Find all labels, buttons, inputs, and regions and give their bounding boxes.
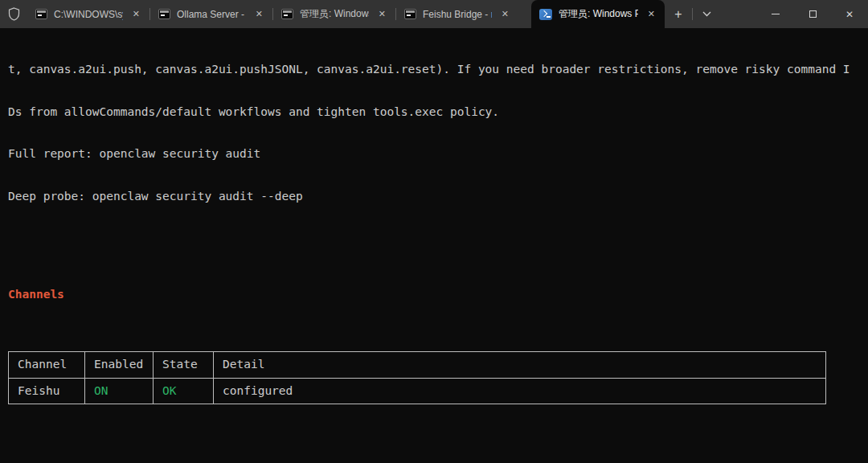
tab-label: Feishu Bridge - nod bbox=[423, 9, 492, 20]
table-row: Feishu ON OK configured bbox=[9, 378, 826, 404]
maximize-icon bbox=[809, 10, 817, 18]
col-header-enabled: Enabled bbox=[85, 352, 154, 379]
terminal-line: Full report: openclaw security audit bbox=[8, 147, 868, 162]
maximize-button[interactable] bbox=[794, 0, 831, 28]
channel-detail-cell: configured bbox=[214, 378, 826, 404]
tab-bar: C:\WINDOWS\syst ✕ Ollama Server - oll ✕ … bbox=[0, 0, 868, 28]
minimize-button[interactable] bbox=[757, 0, 794, 28]
tab-label: Ollama Server - oll bbox=[177, 9, 246, 20]
channel-state-cell: OK bbox=[154, 378, 214, 404]
blank-line bbox=[8, 232, 868, 246]
col-header-detail: Detail bbox=[214, 352, 826, 379]
col-header-state: State bbox=[154, 352, 214, 379]
tab-close-icon[interactable]: ✕ bbox=[129, 8, 143, 20]
terminal-line: Ds from allowCommands/default workflows … bbox=[8, 105, 868, 120]
tab-label: C:\WINDOWS\syst bbox=[54, 9, 123, 20]
tab-feishu-bridge[interactable]: Feishu Bridge - nod ✕ bbox=[396, 0, 518, 28]
powershell-icon bbox=[539, 9, 552, 20]
channels-section-title: Channels bbox=[8, 288, 868, 302]
tab-close-icon[interactable]: ✕ bbox=[498, 8, 512, 20]
channels-header-row: Channel Enabled State Detail bbox=[9, 352, 826, 379]
tab-label: 管理员: Windows P bbox=[300, 7, 369, 21]
tab-close-icon[interactable]: ✕ bbox=[252, 8, 266, 20]
channel-name-cell: Feishu bbox=[9, 378, 85, 404]
terminal-line: Deep probe: openclaw security audit --de… bbox=[8, 190, 868, 204]
tab-cmd-windows-system[interactable]: C:\WINDOWS\syst ✕ bbox=[27, 0, 149, 28]
col-header-channel: Channel bbox=[9, 352, 85, 379]
tab-close-icon[interactable]: ✕ bbox=[375, 8, 389, 20]
chevron-down-icon bbox=[702, 11, 711, 17]
close-button[interactable]: ✕ bbox=[831, 0, 868, 28]
channels-table: Channel Enabled State Detail Feishu ON O… bbox=[8, 351, 826, 404]
channel-enabled-cell: ON bbox=[85, 378, 154, 404]
cmd-icon bbox=[404, 9, 416, 19]
minimize-icon bbox=[772, 14, 780, 14]
tab-close-icon[interactable]: ✕ bbox=[645, 8, 658, 20]
tab-admin-windows-powershell-active[interactable]: 管理员: Windows P ✕ bbox=[531, 0, 665, 28]
cmd-icon bbox=[281, 9, 293, 19]
cmd-icon bbox=[158, 9, 170, 19]
cmd-icon bbox=[35, 9, 47, 19]
tab-dropdown-button[interactable] bbox=[693, 0, 720, 28]
terminal-line: t, canvas.a2ui.push, canvas.a2ui.pushJSO… bbox=[8, 63, 868, 77]
tabbar-drag-region bbox=[720, 0, 757, 28]
tab-ollama-server[interactable]: Ollama Server - oll ✕ bbox=[150, 0, 272, 28]
tab-admin-windows-powershell[interactable]: 管理员: Windows P ✕ bbox=[273, 0, 395, 28]
admin-shield-icon bbox=[0, 0, 27, 28]
new-tab-button[interactable]: + bbox=[665, 0, 692, 28]
terminal-pane[interactable]: t, canvas.a2ui.push, canvas.a2ui.pushJSO… bbox=[0, 28, 868, 463]
tab-label: 管理员: Windows P bbox=[559, 7, 638, 21]
